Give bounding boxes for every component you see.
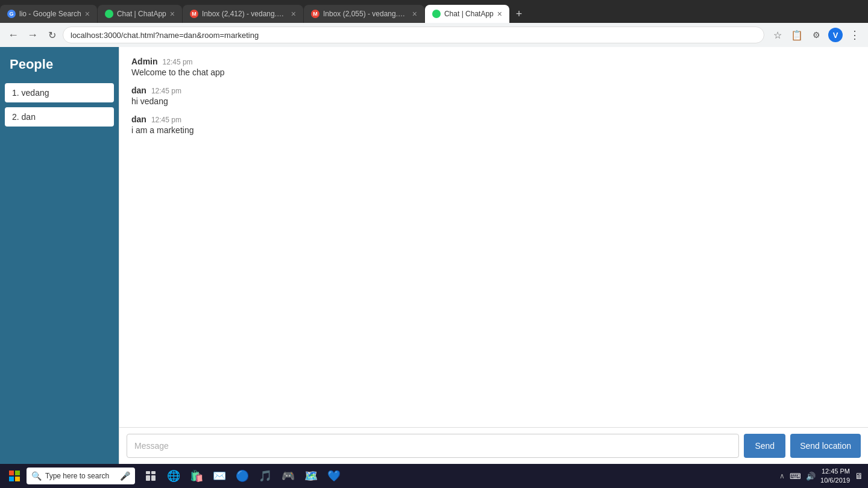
sidebar: People 1. vedang 2. dan [0,47,119,464]
tab-title-chatapp1: Chat | ChatApp [117,10,166,18]
taskbar-app-mail[interactable]: ✉️ [209,465,230,487]
taskbar-date-display: 10/6/2019 [820,476,850,485]
message-group-dan-2: dan 12:45 pm i am a marketing [131,114,856,135]
profile-button[interactable]: V [827,27,844,43]
browser-chrome: G lio - Google Search × Chat | ChatApp ×… [0,0,868,47]
taskbar: 🔍 Type here to search 🎤 🌐 🛍️ ✉️ 🔵 🎵 [0,464,868,488]
message-header-admin: Admin 12:45 pm [131,57,856,66]
taskbar-search-text: Type here to search [45,472,109,480]
nav-bar: ← → ↻ localhost:3000/chat.html?name=dan&… [0,23,868,47]
message-time-dan-2: 12:45 pm [151,116,181,124]
tab-close-chatapp2[interactable]: × [497,9,502,19]
tab-title-gmail1: Inbox (2,412) - vedang.parasnis9 [202,10,288,18]
tab-bar: G lio - Google Search × Chat | ChatApp ×… [0,0,868,23]
taskbar-search-icon: 🔍 [31,471,42,481]
tab-close-chatapp1[interactable]: × [170,9,175,19]
taskbar-tray: ∧ ⌨ 🔊 12:45 PM 10/6/2019 🖥 [779,467,863,486]
tab-title-gmail2: Inbox (2,055) - vedang.parasnis9 [323,10,409,18]
message-time-dan-1: 12:45 pm [151,87,181,95]
message-text-dan-1: hi vedang [131,96,856,106]
address-text: localhost:3000/chat.html?name=dan&room=m… [71,31,259,40]
reading-list-button[interactable]: 📋 [788,27,805,43]
refresh-button[interactable]: ↻ [43,27,60,43]
tab-title-google: lio - Google Search [19,10,81,18]
taskbar-app-task-view[interactable] [140,465,162,487]
profile-avatar: V [828,28,843,42]
svg-rect-2 [9,477,14,481]
message-time-admin: 12:45 pm [163,58,193,66]
input-bar: Send Send location [119,427,868,464]
message-header-dan-1: dan 12:45 pm [131,86,856,95]
menu-button[interactable]: ⋮ [846,27,863,43]
svg-rect-6 [146,475,150,481]
svg-rect-7 [151,475,156,481]
message-author-dan-1: dan [131,86,146,95]
svg-rect-5 [151,471,156,474]
sidebar-item-vedang[interactable]: 1. vedang [5,83,114,102]
tab-close-google[interactable]: × [85,9,90,19]
svg-rect-4 [146,471,150,474]
tab-favicon-gmail1: M [190,10,198,18]
start-button[interactable] [5,466,24,486]
tab-close-gmail2[interactable]: × [412,9,417,19]
tab-close-gmail1[interactable]: × [291,9,296,19]
svg-rect-0 [9,471,14,475]
message-author-admin: Admin [131,57,158,66]
taskbar-app-maps[interactable]: 🗺️ [300,465,322,487]
taskbar-app-spotify[interactable]: 🎵 [254,465,276,487]
tray-icon-1: ∧ [779,472,785,480]
taskbar-time-display: 12:45 PM [820,467,850,476]
tab-google[interactable]: G lio - Google Search × [0,5,97,23]
bookmark-button[interactable]: ☆ [769,27,786,43]
taskbar-apps: 🌐 🛍️ ✉️ 🔵 🎵 🎮 🗺️ 💙 [140,465,345,487]
taskbar-app-game[interactable]: 🎮 [277,465,299,487]
tray-keyboard-icon: ⌨ [790,472,801,481]
tab-chatapp2-active[interactable]: Chat | ChatApp × [425,5,509,23]
app-container: People 1. vedang 2. dan Admin 12:45 pm W… [0,47,868,464]
tray-volume-icon[interactable]: 🔊 [806,472,816,481]
tab-favicon-google: G [7,10,16,18]
taskbar-search-bar[interactable]: 🔍 Type here to search 🎤 [27,468,135,484]
tab-favicon-gmail2: M [311,10,319,18]
message-text-dan-2: i am a marketing [131,125,856,135]
message-group-dan-1: dan 12:45 pm hi vedang [131,86,856,106]
taskbar-app-store[interactable]: 🛍️ [186,465,207,487]
tab-gmail2[interactable]: M Inbox (2,055) - vedang.parasnis9 × [304,5,424,23]
tab-title-chatapp2: Chat | ChatApp [444,10,494,18]
forward-button[interactable]: → [24,27,41,43]
nav-icons: ☆ 📋 ⚙ V ⋮ [769,27,863,43]
message-header-dan-2: dan 12:45 pm [131,114,856,124]
extensions-button[interactable]: ⚙ [808,27,825,43]
message-text-admin: Welcome to the chat app [131,67,856,77]
new-tab-button[interactable]: + [510,5,528,23]
taskbar-clock[interactable]: 12:45 PM 10/6/2019 [820,467,850,486]
taskbar-app-chrome[interactable]: 🔵 [231,465,253,487]
svg-rect-3 [15,477,20,481]
send-button[interactable]: Send [744,434,785,458]
messages-list: Admin 12:45 pm Welcome to the chat app d… [119,47,868,427]
address-bar[interactable]: localhost:3000/chat.html?name=dan&room=m… [63,27,764,43]
svg-rect-1 [15,471,20,475]
sidebar-item-dan[interactable]: 2. dan [5,107,114,127]
back-button[interactable]: ← [5,27,22,43]
tab-gmail1[interactable]: M Inbox (2,412) - vedang.parasnis9 × [183,5,303,23]
send-location-button[interactable]: Send location [790,434,861,458]
taskbar-app-vscode[interactable]: 💙 [323,465,345,487]
taskbar-mic-icon: 🎤 [120,471,130,481]
main-chat: Admin 12:45 pm Welcome to the chat app d… [119,47,868,464]
sidebar-title: People [5,54,114,78]
message-input[interactable] [127,434,739,458]
taskbar-app-edge[interactable]: 🌐 [163,465,184,487]
taskbar-notification-icon[interactable]: 🖥 [855,471,863,481]
tab-chatapp1[interactable]: Chat | ChatApp × [98,5,182,23]
message-author-dan-2: dan [131,114,146,124]
message-group-admin: Admin 12:45 pm Welcome to the chat app [131,57,856,77]
